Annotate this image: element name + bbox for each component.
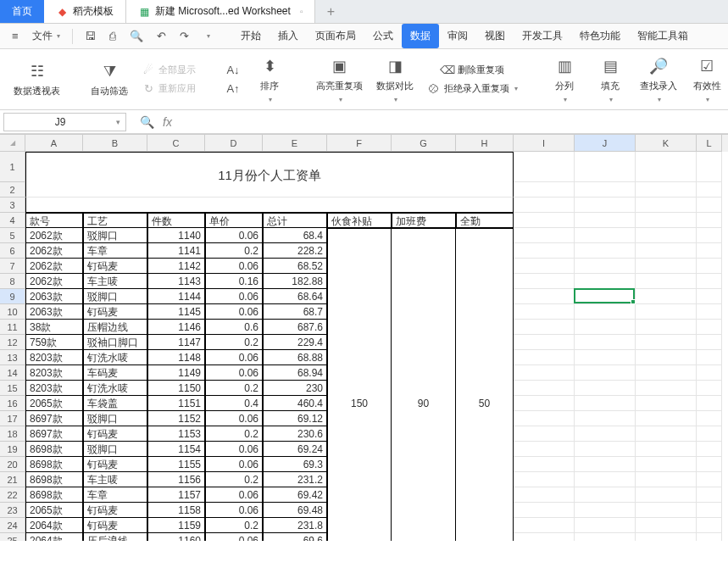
cell[interactable] <box>697 213 722 228</box>
cell[interactable] <box>575 289 636 304</box>
cell[interactable]: 款号 <box>25 213 83 228</box>
cell[interactable]: 0.06 <box>205 365 263 381</box>
cell[interactable] <box>456 243 514 259</box>
del-dup-button[interactable]: ⌫删除重复项 <box>424 62 521 79</box>
ribbon-tab-feature[interactable]: 特色功能 <box>571 24 629 48</box>
cell[interactable] <box>697 457 722 472</box>
cell[interactable] <box>636 533 697 541</box>
cell[interactable] <box>697 304 722 320</box>
cell[interactable]: 钉码麦 <box>83 426 147 442</box>
cell[interactable] <box>456 411 514 426</box>
cell[interactable] <box>456 472 514 487</box>
cell[interactable] <box>697 518 722 533</box>
name-box[interactable]: ▾ <box>3 113 126 131</box>
cell[interactable] <box>697 472 722 487</box>
cell[interactable] <box>514 365 575 381</box>
cell[interactable]: 1146 <box>147 320 205 335</box>
row-header[interactable]: 12 <box>0 335 25 350</box>
cell[interactable] <box>575 533 636 541</box>
cell[interactable]: 687.6 <box>263 320 327 335</box>
cell[interactable]: 2065款 <box>25 503 83 518</box>
cell[interactable]: 0.16 <box>205 274 263 289</box>
cell[interactable]: 0.06 <box>205 304 263 320</box>
cell[interactable] <box>575 426 636 442</box>
row-header[interactable]: 23 <box>0 503 25 518</box>
cell[interactable] <box>456 365 514 381</box>
cell[interactable] <box>327 381 392 396</box>
cell[interactable] <box>456 518 514 533</box>
cell[interactable]: 工艺 <box>83 213 147 228</box>
tab-add[interactable]: + <box>315 0 347 23</box>
col-header[interactable]: I <box>514 135 575 152</box>
col-header[interactable]: H <box>456 135 514 152</box>
cell[interactable] <box>697 411 722 426</box>
cell[interactable] <box>327 304 392 320</box>
cell[interactable]: 8698款 <box>25 487 83 503</box>
cell[interactable] <box>392 335 456 350</box>
preview-button[interactable]: 🔍 <box>125 27 148 45</box>
cell[interactable] <box>456 503 514 518</box>
col-header[interactable]: A <box>25 135 83 152</box>
sort-desc-button[interactable]: A↑ <box>223 81 243 97</box>
cell[interactable]: 钉码麦 <box>83 457 147 472</box>
col-header[interactable]: B <box>83 135 147 152</box>
cell[interactable] <box>25 182 514 198</box>
cell[interactable]: 车码麦 <box>83 365 147 381</box>
cell[interactable]: 69.3 <box>263 457 327 472</box>
cell[interactable] <box>327 472 392 487</box>
cell[interactable] <box>327 350 392 365</box>
cell[interactable]: 0.4 <box>205 396 263 411</box>
cell[interactable] <box>514 533 575 541</box>
cell[interactable] <box>514 442 575 457</box>
row-header[interactable]: 10 <box>0 304 25 320</box>
data-compare-button[interactable]: ◨ 数据对比 <box>373 53 417 107</box>
cell[interactable]: 2062款 <box>25 228 83 243</box>
tab-overflow-icon[interactable]: ▫ <box>296 6 308 18</box>
cell[interactable]: 8698款 <box>25 472 83 487</box>
cell[interactable]: 1140 <box>147 228 205 243</box>
cell[interactable]: 件数 <box>147 213 205 228</box>
col-header[interactable]: K <box>636 135 697 152</box>
cell[interactable] <box>456 228 514 243</box>
cell[interactable]: 0.2 <box>205 335 263 350</box>
cell[interactable]: 231.8 <box>263 518 327 533</box>
cell[interactable] <box>456 259 514 274</box>
cell[interactable] <box>514 228 575 243</box>
cell[interactable] <box>575 396 636 411</box>
cell[interactable]: 0.2 <box>205 381 263 396</box>
pivot-button[interactable]: ☷ 数据透视表 <box>10 58 64 101</box>
cell[interactable]: 68.7 <box>263 304 327 320</box>
cell[interactable] <box>392 472 456 487</box>
cell[interactable] <box>327 365 392 381</box>
cell[interactable] <box>392 320 456 335</box>
cell[interactable] <box>636 335 697 350</box>
cell[interactable] <box>392 426 456 442</box>
cell[interactable] <box>327 411 392 426</box>
cell[interactable]: 69.24 <box>263 442 327 457</box>
cell[interactable]: 1152 <box>147 411 205 426</box>
cell[interactable]: 8203款 <box>25 350 83 365</box>
cell[interactable]: 90 <box>392 396 456 411</box>
cell[interactable] <box>636 350 697 365</box>
cell[interactable]: 69.42 <box>263 487 327 503</box>
row-header[interactable]: 11 <box>0 320 25 335</box>
cell[interactable] <box>636 472 697 487</box>
cell[interactable]: 1151 <box>147 396 205 411</box>
cell[interactable] <box>575 320 636 335</box>
cell[interactable] <box>697 289 722 304</box>
col-header[interactable]: E <box>263 135 327 152</box>
cell[interactable]: 1160 <box>147 533 205 541</box>
cell[interactable] <box>514 396 575 411</box>
cell[interactable]: 驳袖口脚口 <box>83 335 147 350</box>
file-menu[interactable]: 文件 <box>27 26 65 46</box>
cell[interactable] <box>327 259 392 274</box>
cell[interactable] <box>575 518 636 533</box>
fx-button[interactable]: fx <box>163 115 172 129</box>
cell[interactable] <box>456 289 514 304</box>
cell[interactable]: 1150 <box>147 381 205 396</box>
cell[interactable]: 0.2 <box>205 518 263 533</box>
cell[interactable]: 驳脚口 <box>83 411 147 426</box>
cell[interactable] <box>636 320 697 335</box>
cell[interactable]: 1156 <box>147 472 205 487</box>
cell[interactable] <box>697 426 722 442</box>
